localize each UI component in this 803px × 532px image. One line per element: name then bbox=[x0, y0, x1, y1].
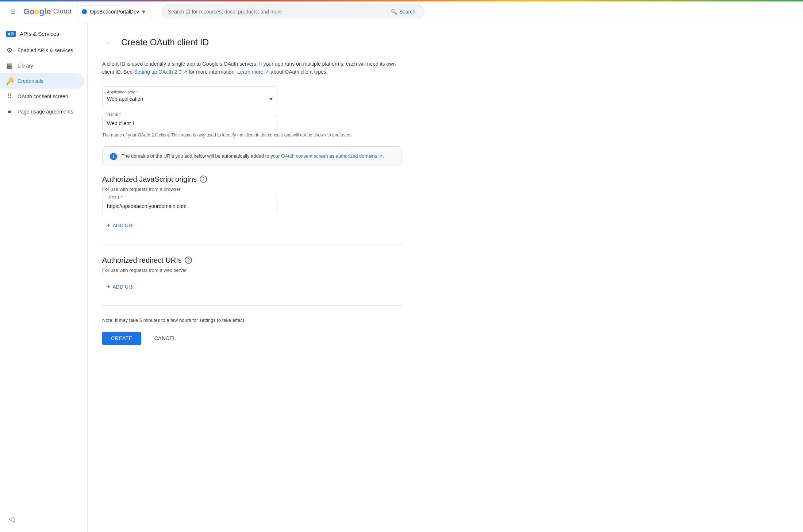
oauth-consent-screen-link[interactable]: OAuth consent screen bbox=[281, 153, 328, 159]
name-field: Name * bbox=[102, 115, 277, 130]
sidebar-item-page-usage[interactable]: ≡ Page usage agreements bbox=[0, 104, 84, 119]
top-navigation: ☰ Google Cloud OpsBeaconPortalDev ▾ 🔍 Se… bbox=[0, 0, 803, 23]
search-bar: 🔍 Search bbox=[162, 4, 424, 19]
name-section: Name * The name of your OAuth 2.0 client… bbox=[102, 115, 402, 138]
back-icon: ← bbox=[106, 38, 113, 47]
note-text: Note: It may take 5 minutes to a few hou… bbox=[102, 317, 402, 323]
application-type-field[interactable]: Application type * Web application ▾ bbox=[102, 86, 277, 106]
application-type-section: Application type * Web application ▾ bbox=[102, 86, 402, 106]
menu-icon[interactable]: ☰ bbox=[6, 4, 20, 19]
sidebar-item-credentials[interactable]: 🔑 Credentials bbox=[0, 73, 84, 89]
search-button[interactable]: 🔍 Search bbox=[388, 7, 418, 16]
authorized-domains-link[interactable]: authorized domains ↗ bbox=[336, 153, 383, 159]
js-origins-heading: Authorized JavaScript origins ? bbox=[102, 175, 402, 184]
name-hint: The name of your OAuth 2.0 client. This … bbox=[102, 132, 402, 138]
collapse-icon: ◁ bbox=[9, 514, 14, 523]
search-input[interactable] bbox=[168, 9, 388, 15]
sidebar-collapse-button[interactable]: ◁ bbox=[6, 512, 17, 526]
add-uri-button-2[interactable]: + ADD URI bbox=[102, 280, 138, 294]
project-selector[interactable]: OpsBeaconPortalDev ▾ bbox=[77, 5, 150, 18]
page-layout: API APIs & Services ⚙ Enabled APIs & ser… bbox=[0, 23, 803, 532]
js-origins-desc: For use with requests from a browser bbox=[102, 186, 402, 192]
page-header: ← Create OAuth client ID bbox=[102, 35, 402, 50]
uris-1-input[interactable] bbox=[102, 198, 277, 213]
name-label: Name * bbox=[106, 112, 122, 116]
redirect-uris-section: Authorized redirect URIs ? For use with … bbox=[102, 256, 402, 294]
google-cloud-logo[interactable]: Google Cloud bbox=[23, 7, 71, 16]
search-icon: 🔍 bbox=[391, 9, 397, 15]
redirect-uris-help-icon[interactable]: ? bbox=[185, 257, 192, 264]
name-input[interactable] bbox=[102, 115, 277, 130]
project-dot bbox=[82, 9, 87, 14]
oauth-icon: ⠿ bbox=[6, 92, 13, 100]
project-name: OpsBeaconPortalDev bbox=[90, 9, 139, 15]
info-box: i The domains of the URIs you add below … bbox=[102, 146, 402, 166]
add-uri-button-1[interactable]: + ADD URI bbox=[102, 219, 138, 232]
dropdown-arrow-icon: ▾ bbox=[269, 95, 273, 103]
main-content: ← Create OAuth client ID A client ID is … bbox=[88, 23, 416, 532]
page-usage-icon: ≡ bbox=[6, 108, 13, 115]
back-button[interactable]: ← bbox=[102, 35, 117, 50]
sidebar-title: APIs & Services bbox=[20, 31, 59, 37]
sidebar-item-library[interactable]: ▦ Library bbox=[0, 58, 84, 73]
top-accent-bar bbox=[0, 0, 803, 1]
action-buttons: CREATE CANCEL bbox=[102, 332, 402, 345]
js-origins-section: Authorized JavaScript origins ? For use … bbox=[102, 175, 402, 232]
learn-more-link[interactable]: Learn more ↗ bbox=[237, 69, 269, 75]
js-origins-help-icon[interactable]: ? bbox=[200, 176, 207, 183]
sidebar-header: API APIs & Services bbox=[0, 26, 87, 43]
cancel-button[interactable]: CANCEL bbox=[146, 332, 185, 345]
description-text: A client ID is used to identify a single… bbox=[102, 60, 402, 76]
settings-icon: ⚙ bbox=[6, 46, 13, 54]
plus-icon-1: + bbox=[107, 222, 111, 230]
sidebar-item-enabled-apis[interactable]: ⚙ Enabled APIs & services bbox=[0, 43, 84, 58]
application-type-value: Web application ▾ bbox=[107, 95, 273, 103]
credentials-icon: 🔑 bbox=[6, 77, 13, 85]
page-title: Create OAuth client ID bbox=[121, 37, 209, 47]
sidebar: API APIs & Services ⚙ Enabled APIs & ser… bbox=[0, 23, 88, 532]
uris-1-label: URIs 1 * bbox=[106, 195, 124, 199]
sidebar-item-oauth-consent[interactable]: ⠿ OAuth consent screen bbox=[0, 89, 84, 104]
bottom-divider bbox=[102, 305, 402, 306]
api-badge: API bbox=[6, 31, 16, 37]
chevron-down-icon: ▾ bbox=[142, 8, 145, 16]
add-uri-label-2: ADD URI bbox=[113, 284, 134, 290]
create-button[interactable]: CREATE bbox=[102, 332, 141, 345]
uris-1-field-row: URIs 1 * bbox=[102, 198, 402, 213]
section-divider bbox=[102, 244, 402, 244]
setting-up-oauth-link[interactable]: Setting up OAuth 2.0 ↗ bbox=[134, 69, 187, 75]
info-icon: i bbox=[110, 153, 117, 160]
redirect-uris-heading: Authorized redirect URIs ? bbox=[102, 256, 402, 265]
library-icon: ▦ bbox=[6, 62, 13, 70]
application-type-label: Application type * bbox=[107, 90, 273, 94]
redirect-uris-desc: For use with requests from a web server bbox=[102, 267, 402, 273]
plus-icon-2: + bbox=[107, 283, 111, 291]
info-box-text: The domains of the URIs you add below wi… bbox=[122, 153, 384, 160]
add-uri-label-1: ADD URI bbox=[113, 223, 134, 228]
